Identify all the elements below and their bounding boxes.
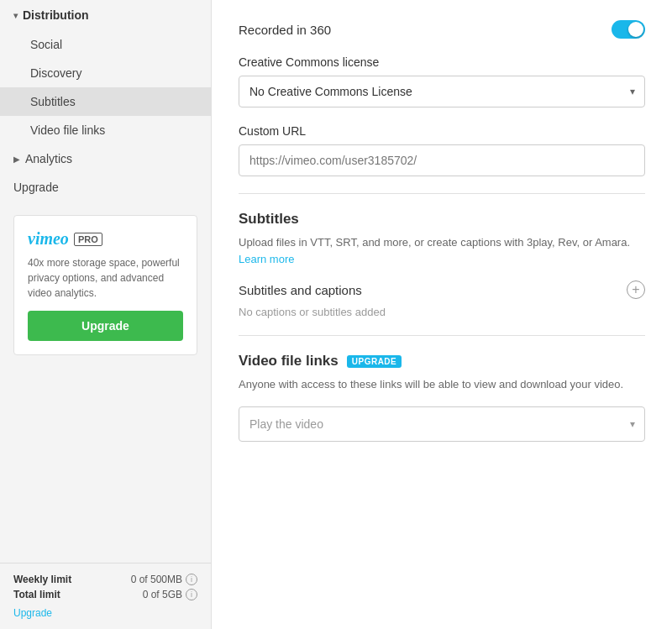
recorded-360-row: Recorded in 360: [239, 20, 645, 39]
play-dropdown-wrapper: Play the videoDownload the video ▾: [239, 406, 645, 442]
video-links-header: Video file links UPGRADE: [239, 353, 645, 370]
sidebar: ▾ Distribution Social Discovery Subtitle…: [0, 0, 212, 629]
weekly-limit-value: 0 of 500MB i: [131, 574, 197, 585]
subtitles-learn-more-link[interactable]: Learn more: [239, 253, 294, 265]
recorded-360-label: Recorded in 360: [239, 23, 331, 37]
captions-title: Subtitles and captions: [239, 283, 362, 297]
sidebar-bottom-upgrade-link[interactable]: Upgrade: [13, 607, 52, 619]
add-caption-button[interactable]: +: [627, 280, 645, 299]
sidebar-item-social-label: Social: [30, 38, 62, 51]
distribution-label: Distribution: [23, 8, 89, 22]
weekly-limit-label: Weekly limit: [13, 574, 71, 585]
play-video-select[interactable]: Play the videoDownload the video: [239, 406, 645, 442]
sidebar-item-subtitles[interactable]: Subtitles: [0, 87, 211, 116]
cc-license-field-group: Creative Commons license No Creative Com…: [239, 55, 645, 107]
total-limit-info-icon[interactable]: i: [186, 589, 197, 600]
sidebar-item-video-file-links[interactable]: Video file links: [0, 116, 211, 144]
vimeo-pro-logo: vimeo PRO: [28, 229, 183, 249]
analytics-chevron-icon: ▶: [13, 155, 20, 164]
subtitles-section: Subtitles Upload files in VTT, SRT, and …: [239, 211, 645, 318]
divider-1: [239, 193, 645, 194]
captions-row: Subtitles and captions +: [239, 280, 645, 299]
vimeo-logo-text: vimeo: [28, 229, 69, 249]
total-limit-value: 0 of 5GB i: [143, 589, 197, 600]
total-limit-label: Total limit: [13, 589, 60, 600]
divider-2: [239, 335, 645, 336]
analytics-label: Analytics: [25, 152, 72, 165]
pro-badge-text: PRO: [74, 233, 102, 246]
weekly-limit-row: Weekly limit 0 of 500MB i: [13, 574, 197, 585]
promo-box: vimeo PRO 40x more storage space, powerf…: [13, 215, 197, 355]
upgrade-badge: UPGRADE: [347, 355, 402, 368]
sidebar-item-discovery[interactable]: Discovery: [0, 59, 211, 87]
video-file-links-section: Video file links UPGRADE Anyone with acc…: [239, 353, 645, 442]
video-file-links-title: Video file links: [239, 353, 339, 370]
weekly-limit-info-icon[interactable]: i: [186, 574, 197, 585]
no-captions-text: No captions or subtitles added: [239, 306, 645, 318]
sidebar-item-upgrade[interactable]: Upgrade: [0, 173, 211, 202]
sidebar-item-video-file-links-label: Video file links: [30, 123, 105, 137]
sidebar-item-subtitles-label: Subtitles: [30, 95, 76, 108]
sidebar-item-social[interactable]: Social: [0, 30, 211, 59]
recorded-360-toggle[interactable]: [612, 20, 645, 39]
custom-url-input[interactable]: [239, 144, 645, 176]
custom-url-label: Custom URL: [239, 124, 645, 138]
total-limit-row: Total limit 0 of 5GB i: [13, 589, 197, 600]
subtitles-desc-text: Upload files in VTT, SRT, and more, or c…: [239, 236, 630, 249]
sidebar-item-discovery-label: Discovery: [30, 66, 81, 80]
promo-upgrade-button[interactable]: Upgrade: [28, 311, 183, 341]
subtitles-section-desc: Upload files in VTT, SRT, and more, or c…: [239, 234, 645, 267]
analytics-group-header[interactable]: ▶ Analytics: [0, 144, 211, 173]
cc-license-select[interactable]: No Creative Commons LicenseCC BYCC BY-SA…: [239, 76, 645, 107]
distribution-chevron-icon: ▾: [13, 11, 18, 20]
main-content: Recorded in 360 Creative Commons license…: [212, 0, 672, 629]
sidebar-bottom: Weekly limit 0 of 500MB i Total limit 0 …: [0, 563, 211, 629]
sidebar-item-upgrade-label: Upgrade: [13, 181, 59, 194]
cc-license-select-wrapper: No Creative Commons LicenseCC BYCC BY-SA…: [239, 76, 645, 107]
distribution-section: ▾ Distribution Social Discovery Subtitle…: [0, 0, 211, 144]
cc-license-label: Creative Commons license: [239, 55, 645, 69]
distribution-group-header[interactable]: ▾ Distribution: [0, 0, 211, 30]
promo-description: 40x more storage space, powerful privacy…: [28, 255, 183, 301]
subtitles-section-title: Subtitles: [239, 211, 645, 228]
video-links-desc: Anyone with access to these links will b…: [239, 376, 645, 393]
custom-url-field-group: Custom URL: [239, 124, 645, 176]
weekly-limit-value-text: 0 of 500MB: [131, 574, 182, 585]
total-limit-value-text: 0 of 5GB: [143, 589, 182, 600]
